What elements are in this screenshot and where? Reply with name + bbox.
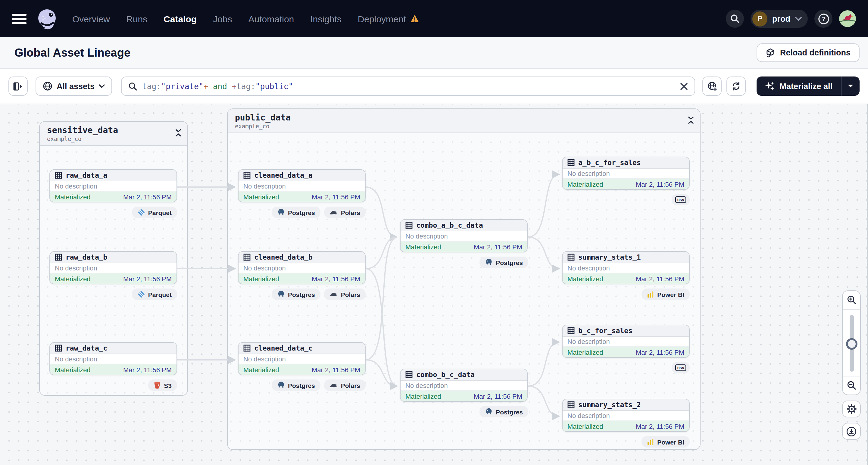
open-panel-button[interactable] — [8, 76, 28, 96]
help-icon[interactable]: ? — [814, 10, 833, 28]
kind-badge-postgres: Postgres — [272, 379, 320, 391]
badge-row: Power BI — [642, 436, 690, 447]
globe-add-icon — [707, 81, 717, 91]
lineage-toolbar: All assets tag:"private"+ and +tag:"publ… — [0, 69, 868, 104]
badge-row: Postgres — [479, 257, 528, 268]
kind-badge-postgres: Postgres — [479, 257, 528, 268]
kind-badge-postgres: Postgres — [272, 288, 320, 300]
zoom-slider[interactable] — [843, 309, 860, 376]
zoom-in-button[interactable] — [843, 291, 860, 309]
page-title: Global Asset Lineage — [14, 46, 130, 59]
nav-item-overview[interactable]: Overview — [72, 13, 110, 24]
nav-item-insights[interactable]: Insights — [310, 13, 341, 24]
asset-node-a-b-c-for-sales[interactable]: a_b_c_for_sales No description Materiali… — [562, 157, 690, 190]
zoom-out-button[interactable] — [843, 376, 860, 395]
gear-icon — [847, 404, 856, 414]
csv-icon: csv — [676, 196, 686, 203]
svg-text:?: ? — [822, 15, 826, 22]
powerbi-icon — [647, 438, 654, 445]
powerbi-icon — [647, 290, 654, 298]
table-icon — [567, 327, 575, 334]
menu-icon[interactable] — [12, 13, 27, 24]
asset-search-input[interactable]: tag:"private"+ and +tag:"public" — [121, 76, 695, 96]
page-header: Global Asset Lineage Reload definitions — [0, 37, 868, 69]
materialize-all-button[interactable]: Materialize all — [756, 76, 841, 96]
search-icon[interactable] — [726, 10, 744, 28]
badge-row: Postgres Polars — [272, 288, 366, 300]
kind-badge-parquet: Parquet — [132, 207, 177, 218]
badge-row: Postgres Polars — [272, 379, 366, 391]
polars-icon — [330, 382, 338, 389]
asset-node-cleaned-data-b[interactable]: cleaned_data_b No description Materializ… — [238, 251, 366, 284]
globe-icon — [43, 81, 53, 91]
asset-name: raw_data_b — [66, 253, 107, 261]
nav-item-catalog[interactable]: Catalog — [163, 13, 197, 24]
refresh-button[interactable] — [726, 76, 746, 96]
search-query: tag:"private"+ and +tag:"public" — [142, 82, 293, 91]
new-lineage-view-button[interactable] — [702, 76, 722, 96]
download-image-button[interactable] — [842, 423, 861, 440]
postgres-icon — [277, 290, 285, 298]
refresh-icon — [731, 81, 741, 91]
kind-badge-csv: csv — [672, 362, 690, 373]
lineage-canvas[interactable]: sensitive_data example_co public_data ex… — [0, 104, 868, 465]
kind-badge-csv: csv — [672, 194, 690, 206]
polars-icon — [330, 291, 338, 298]
badge-row: csv — [672, 194, 690, 206]
asset-node-raw-data-b[interactable]: raw_data_b No description MaterializedMa… — [50, 251, 177, 284]
lineage-edges — [0, 104, 868, 465]
zoom-in-icon — [847, 295, 856, 305]
asset-node-cleaned-data-c[interactable]: cleaned_data_c No description Materializ… — [238, 342, 366, 375]
nav-item-automation[interactable]: Automation — [248, 13, 294, 24]
badge-row: Parquet — [132, 288, 177, 300]
asset-description: No description — [50, 181, 177, 191]
panel-expand-icon — [13, 82, 23, 91]
table-icon — [55, 254, 62, 261]
table-icon — [243, 172, 251, 179]
nav-item-runs[interactable]: Runs — [126, 13, 147, 24]
reload-definitions-button[interactable]: Reload definitions — [756, 43, 860, 62]
asset-node-b-c-for-sales[interactable]: b_c_for_sales No description Materialize… — [562, 324, 690, 358]
asset-node-cleaned-data-a[interactable]: cleaned_data_a No description Materializ… — [238, 169, 366, 203]
kind-badge-postgres: Postgres — [479, 406, 528, 417]
postgres-icon — [485, 258, 493, 266]
materialize-all-split-button: Materialize all — [756, 76, 860, 96]
asset-node-raw-data-c[interactable]: raw_data_c No description MaterializedMa… — [50, 342, 177, 375]
zoom-out-icon — [847, 381, 856, 390]
kind-badge-polars: Polars — [324, 379, 366, 391]
table-icon — [567, 159, 575, 166]
graph-settings-button[interactable] — [842, 401, 861, 417]
asset-timestamp: Mar 2, 11:56 PM — [123, 193, 172, 200]
clear-search-icon[interactable] — [680, 82, 688, 90]
nav-item-jobs[interactable]: Jobs — [213, 13, 232, 24]
deployment-switcher[interactable]: P prod — [750, 10, 808, 28]
badge-row: Postgres Polars — [272, 207, 366, 218]
kind-badge-powerbi: Power BI — [642, 288, 690, 300]
asset-filter-dropdown[interactable]: All assets — [35, 76, 112, 96]
asset-status: Materialized — [55, 193, 91, 200]
asset-node-summary-stats-2[interactable]: summary_stats_2 No description Materiali… — [562, 399, 690, 432]
asset-node-combo-b-c-data[interactable]: combo_b_c_data No description Materializ… — [400, 369, 528, 402]
dagster-logo-icon[interactable] — [35, 7, 59, 31]
user-avatar[interactable] — [839, 10, 856, 27]
kind-badge-polars: Polars — [324, 207, 366, 218]
env-label: prod — [772, 14, 790, 23]
postgres-icon — [485, 408, 493, 415]
asset-node-summary-stats-1[interactable]: summary_stats_1 No description Materiali… — [562, 251, 690, 284]
asset-node-raw-data-a[interactable]: raw_data_a No description MaterializedMa… — [50, 169, 177, 203]
dagster-app: Overview Runs Catalog Jobs Automation In… — [0, 0, 868, 465]
parquet-icon — [137, 290, 145, 298]
nav-right: P prod ? — [726, 10, 856, 28]
caret-down-icon — [847, 84, 854, 88]
asset-node-combo-a-b-c-data[interactable]: combo_a_b_c_data No description Material… — [400, 219, 528, 252]
table-icon — [55, 344, 62, 352]
parquet-icon — [137, 208, 145, 216]
download-icon — [846, 426, 857, 436]
zoom-slider-handle[interactable] — [846, 338, 857, 350]
table-icon — [55, 172, 62, 179]
nav-item-deployment[interactable]: Deployment — [358, 13, 419, 24]
table-icon — [567, 401, 575, 408]
materialize-options-button[interactable] — [841, 76, 860, 96]
kind-badge-polars: Polars — [324, 288, 366, 300]
warning-icon — [410, 14, 419, 23]
